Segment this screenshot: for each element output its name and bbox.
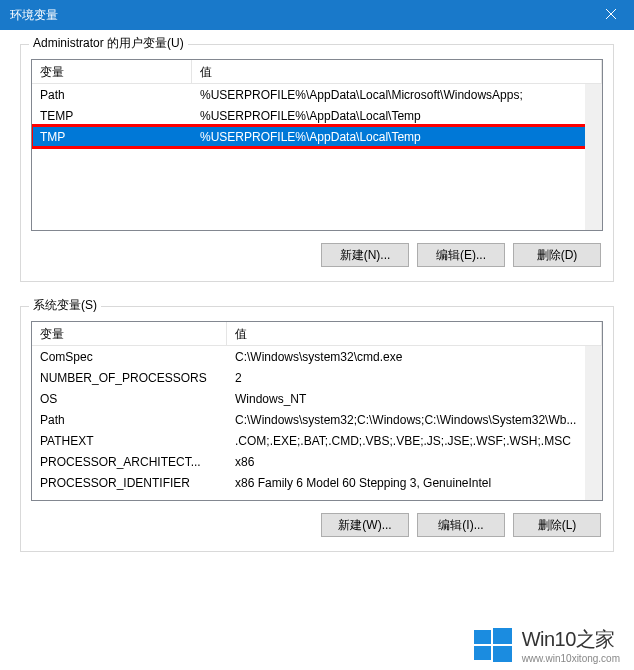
table-row[interactable]: OS Windows_NT <box>32 388 602 409</box>
sys-new-button[interactable]: 新建(W)... <box>321 513 409 537</box>
table-row-selected[interactable]: TMP %USERPROFILE%\AppData\Local\Temp <box>32 126 602 147</box>
user-new-button[interactable]: 新建(N)... <box>321 243 409 267</box>
sys-col-name[interactable]: 变量 <box>32 322 227 345</box>
close-icon <box>606 8 616 22</box>
table-row[interactable]: NUMBER_OF_PROCESSORS 2 <box>32 367 602 388</box>
svg-rect-2 <box>474 646 491 660</box>
user-col-value[interactable]: 值 <box>192 60 602 83</box>
watermark-subtitle: www.win10xitong.com <box>522 653 620 664</box>
sys-vars-buttons: 新建(W)... 编辑(I)... 删除(L) <box>31 513 603 537</box>
svg-rect-3 <box>493 646 512 662</box>
scrollbar[interactable] <box>585 346 602 500</box>
table-row[interactable]: PROCESSOR_IDENTIFIER x86 Family 6 Model … <box>32 472 602 493</box>
sys-vars-group: 系统变量(S) 变量 值 ComSpec C:\Windows\system32… <box>20 306 614 552</box>
windows-logo-icon <box>472 624 514 666</box>
user-vars-buttons: 新建(N)... 编辑(E)... 删除(D) <box>31 243 603 267</box>
watermark: Win10之家 www.win10xitong.com <box>472 624 620 666</box>
close-button[interactable] <box>588 0 634 30</box>
sys-col-value[interactable]: 值 <box>227 322 602 345</box>
user-vars-header: 变量 值 <box>32 60 602 84</box>
user-edit-button[interactable]: 编辑(E)... <box>417 243 505 267</box>
svg-rect-1 <box>493 628 512 644</box>
table-row[interactable]: Path C:\Windows\system32;C:\Windows;C:\W… <box>32 409 602 430</box>
table-row[interactable]: Path %USERPROFILE%\AppData\Local\Microso… <box>32 84 602 105</box>
sys-edit-button[interactable]: 编辑(I)... <box>417 513 505 537</box>
sys-vars-body: ComSpec C:\Windows\system32\cmd.exe NUMB… <box>32 346 602 500</box>
user-vars-group: Administrator 的用户变量(U) 变量 值 Path %USERPR… <box>20 44 614 282</box>
user-delete-button[interactable]: 删除(D) <box>513 243 601 267</box>
sys-vars-list[interactable]: 变量 值 ComSpec C:\Windows\system32\cmd.exe… <box>31 321 603 501</box>
titlebar: 环境变量 <box>0 0 634 30</box>
user-col-name[interactable]: 变量 <box>32 60 192 83</box>
user-vars-label: Administrator 的用户变量(U) <box>29 35 188 52</box>
sys-vars-header: 变量 值 <box>32 322 602 346</box>
svg-rect-0 <box>474 630 491 644</box>
scrollbar[interactable] <box>585 84 602 230</box>
sys-delete-button[interactable]: 删除(L) <box>513 513 601 537</box>
table-row[interactable]: PROCESSOR_ARCHITECT... x86 <box>32 451 602 472</box>
watermark-title: Win10之家 <box>522 626 620 653</box>
table-row[interactable]: ComSpec C:\Windows\system32\cmd.exe <box>32 346 602 367</box>
env-vars-dialog: 环境变量 Administrator 的用户变量(U) 变量 值 Path %U… <box>0 0 634 670</box>
user-vars-list[interactable]: 变量 值 Path %USERPROFILE%\AppData\Local\Mi… <box>31 59 603 231</box>
title-text: 环境变量 <box>10 7 58 24</box>
user-vars-body: Path %USERPROFILE%\AppData\Local\Microso… <box>32 84 602 230</box>
sys-vars-label: 系统变量(S) <box>29 297 101 314</box>
table-row[interactable]: PATHEXT .COM;.EXE;.BAT;.CMD;.VBS;.VBE;.J… <box>32 430 602 451</box>
dialog-content: Administrator 的用户变量(U) 变量 值 Path %USERPR… <box>0 30 634 670</box>
table-row[interactable]: TEMP %USERPROFILE%\AppData\Local\Temp <box>32 105 602 126</box>
